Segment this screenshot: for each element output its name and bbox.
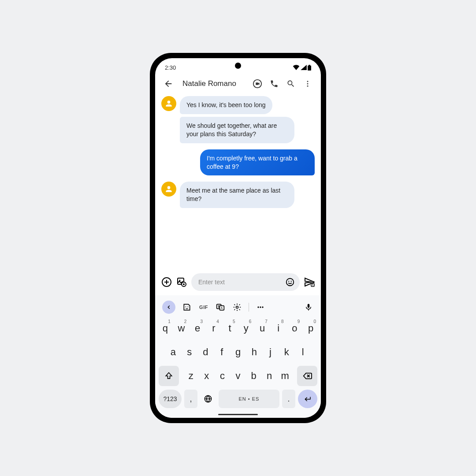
screen: 2:30 Natalie Romano [155, 58, 321, 418]
gif-button[interactable]: GIF [198, 302, 209, 312]
key-j[interactable]: j [263, 342, 278, 362]
keyboard-row-1: q1w2e3r4t5y6u7i8o9p0 [158, 318, 318, 338]
call-button[interactable] [269, 78, 279, 89]
keyboard-more-button[interactable] [255, 302, 266, 312]
svg-point-7 [183, 283, 185, 285]
search-button[interactable] [286, 78, 296, 89]
key-q[interactable]: q1 [158, 318, 173, 338]
key-a[interactable]: a [166, 342, 181, 362]
key-p[interactable]: p0 [303, 318, 318, 338]
phone-frame: 2:30 Natalie Romano [150, 53, 326, 423]
key-m[interactable]: m [278, 366, 292, 386]
keyboard-toolbar: GIF A [158, 299, 318, 318]
key-u[interactable]: u7 [255, 318, 270, 338]
composer [155, 271, 321, 295]
message-bubble-incoming[interactable]: We should get together, what are your pl… [180, 117, 294, 143]
status-icons [293, 65, 311, 71]
key-d[interactable]: d [198, 342, 213, 362]
period-key[interactable]: . [282, 390, 295, 408]
svg-point-13 [188, 306, 189, 307]
svg-text:A: A [221, 306, 223, 309]
keyboard-settings-button[interactable] [232, 302, 242, 312]
svg-rect-21 [308, 304, 310, 308]
message-list[interactable]: Yes I know, it's been too long We should… [155, 93, 321, 271]
contact-name[interactable]: Natalie Romano [182, 79, 246, 88]
backspace-key[interactable] [297, 366, 317, 386]
keyboard: GIF A q1w2e3r4t5y6u7i8o9p0 asdfghjkl [155, 295, 321, 418]
key-o[interactable]: o9 [287, 318, 302, 338]
svg-point-20 [262, 306, 263, 308]
key-v[interactable]: v [231, 366, 245, 386]
shift-key[interactable] [159, 366, 179, 386]
message-bubble-incoming[interactable]: Meet me at the same place as last time? [180, 182, 294, 208]
add-attachment-button[interactable] [161, 277, 172, 287]
key-b[interactable]: b [246, 366, 261, 386]
svg-point-17 [236, 306, 238, 309]
keyboard-row-3: zxcvbnm [158, 366, 318, 386]
key-c[interactable]: c [215, 366, 230, 386]
svg-point-18 [257, 306, 259, 308]
battery-icon [308, 65, 311, 71]
message-input-field[interactable] [191, 273, 300, 291]
emoji-button[interactable] [285, 277, 295, 287]
symbols-key[interactable]: ?123 [159, 390, 182, 408]
key-g[interactable]: g [231, 342, 245, 362]
voice-input-button[interactable] [303, 302, 314, 312]
key-s[interactable]: s [182, 342, 197, 362]
message-row: I'm completly free, want to grab a coffe… [161, 149, 315, 176]
key-t[interactable]: t5 [223, 318, 238, 338]
avatar[interactable] [161, 182, 176, 197]
keyboard-row-4: ?123 , EN • ES . [158, 390, 318, 408]
svg-point-10 [291, 281, 292, 282]
message-row: Yes I know, it's been too long [161, 96, 315, 114]
space-key[interactable]: EN • ES [219, 390, 279, 408]
svg-point-9 [288, 281, 289, 282]
key-x[interactable]: x [200, 366, 214, 386]
key-h[interactable]: h [247, 342, 262, 362]
enter-key[interactable] [298, 390, 317, 408]
wifi-icon [293, 65, 300, 70]
key-y[interactable]: y6 [239, 318, 254, 338]
gallery-button[interactable] [176, 277, 187, 287]
key-l[interactable]: l [295, 342, 310, 362]
message-row: We should get together, what are your pl… [161, 117, 315, 143]
more-menu-button[interactable] [302, 78, 313, 89]
nav-handle[interactable] [218, 414, 258, 415]
key-z[interactable]: z [184, 366, 198, 386]
language-key[interactable] [200, 390, 216, 408]
svg-point-2 [307, 86, 309, 87]
sticker-button[interactable] [182, 302, 192, 312]
message-bubble-outgoing[interactable]: I'm completly free, want to grab a coffe… [200, 149, 315, 176]
keyboard-row-2: asdfghjkl [158, 342, 318, 362]
key-f[interactable]: f [214, 342, 229, 362]
separator [249, 303, 249, 312]
camera-cutout [235, 63, 241, 69]
video-call-button[interactable] [252, 78, 263, 89]
message-input[interactable] [198, 279, 281, 286]
translate-button[interactable]: A [215, 302, 226, 312]
keyboard-collapse-button[interactable] [162, 301, 175, 314]
svg-point-8 [286, 279, 294, 286]
svg-point-1 [307, 83, 309, 85]
message-bubble-incoming[interactable]: Yes I know, it's been too long [180, 96, 272, 114]
key-k[interactable]: k [279, 342, 294, 362]
svg-point-19 [260, 306, 261, 308]
key-i[interactable]: i8 [271, 318, 286, 338]
status-time: 2:30 [165, 64, 176, 71]
svg-point-0 [307, 81, 309, 82]
comma-key[interactable]: , [184, 390, 197, 408]
back-button[interactable] [163, 78, 174, 89]
avatar[interactable] [161, 96, 176, 111]
key-n[interactable]: n [262, 366, 277, 386]
key-w[interactable]: w2 [174, 318, 189, 338]
message-row: Meet me at the same place as last time? [161, 182, 315, 208]
svg-point-12 [186, 306, 186, 307]
send-button[interactable] [304, 277, 315, 287]
key-r[interactable]: r4 [206, 318, 221, 338]
signal-icon [301, 65, 307, 70]
app-bar: Natalie Romano [155, 73, 321, 93]
key-e[interactable]: e3 [190, 318, 205, 338]
